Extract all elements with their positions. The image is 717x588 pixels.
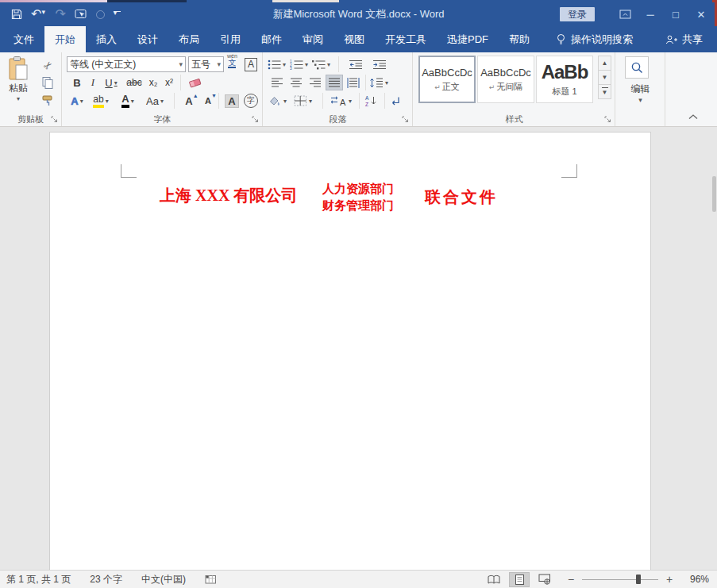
tell-me-search[interactable]: 操作说明搜索 [548, 26, 641, 52]
tab-file[interactable]: 文件 [3, 26, 44, 52]
tab-layout[interactable]: 布局 [168, 26, 210, 52]
dialog-launcher-icon [402, 116, 409, 123]
qat-circle-icon[interactable] [96, 10, 105, 19]
styles-more-button[interactable]: ▼ [598, 84, 611, 99]
format-painter-button[interactable] [38, 93, 57, 109]
doc-joint-title-text[interactable]: 联合文件 [425, 186, 498, 208]
doc-department-line[interactable]: 财务管理部门 [322, 197, 394, 213]
paste-button[interactable]: 粘贴 ▾ [4, 56, 33, 116]
web-layout-button[interactable] [534, 572, 555, 587]
align-right-button[interactable] [306, 75, 324, 90]
touch-mode-button[interactable] [75, 9, 87, 20]
decrease-indent-button[interactable] [349, 56, 363, 72]
language-indicator[interactable]: 中文(中国) [141, 573, 186, 586]
numbered-list-button[interactable]: 123 [290, 56, 308, 72]
word-count[interactable]: 23 个字 [90, 573, 122, 586]
tab-insert[interactable]: 插入 [86, 26, 127, 52]
ribbon-display-options-button[interactable] [612, 2, 638, 26]
multilevel-list-button[interactable] [312, 56, 330, 72]
collapse-ribbon-button[interactable] [688, 114, 698, 120]
chevron-down-icon[interactable]: ▾ [616, 96, 665, 104]
redo-button[interactable]: ↷ [55, 8, 65, 21]
strikethrough-button[interactable]: abc [125, 75, 144, 90]
shading-button[interactable] [268, 93, 287, 109]
font-color-button[interactable]: A [118, 93, 138, 109]
macro-record-button[interactable] [205, 575, 217, 585]
superscript-button[interactable]: x² [162, 75, 176, 90]
tab-references[interactable]: 引用 [210, 26, 251, 52]
customize-qat-button[interactable] [114, 11, 121, 17]
align-center-button[interactable] [287, 75, 305, 90]
line-spacing-button[interactable] [369, 75, 388, 90]
character-shading-button[interactable]: A [222, 93, 241, 109]
doc-departments-text[interactable]: 人力资源部门 财务管理部门 [322, 180, 394, 213]
tab-help[interactable]: 帮助 [499, 26, 540, 52]
styles-scroll-up-button[interactable]: ▲ [598, 56, 611, 71]
style-card-heading1[interactable]: AaBb 标题 1 [536, 56, 593, 103]
page-indicator[interactable]: 第 1 页, 共 1 页 [6, 573, 71, 586]
tab-home[interactable]: 开始 [44, 26, 86, 52]
sign-in-button[interactable]: 登录 [560, 7, 595, 21]
sort-button[interactable]: A Z [364, 93, 377, 109]
minimize-button[interactable]: ─ [638, 2, 663, 26]
distribute-button[interactable] [345, 75, 362, 90]
document-page[interactable]: 上海 XXX 有限公司 人力资源部门 财务管理部门 联合文件 [49, 132, 651, 570]
asian-layout-button[interactable]: A [330, 93, 352, 109]
zoom-slider-thumb[interactable] [636, 575, 641, 584]
grow-font-button[interactable]: A▲ [180, 93, 198, 109]
save-button[interactable] [11, 9, 22, 20]
show-hide-marks-button[interactable] [389, 93, 401, 109]
clear-formatting-button[interactable] [186, 75, 205, 90]
doc-department-line[interactable]: 人力资源部门 [322, 180, 394, 197]
vertical-scrollbar-thumb[interactable] [712, 176, 716, 212]
paragraph-dialog-launcher[interactable] [402, 116, 410, 124]
doc-company-text[interactable]: 上海 XXX 有限公司 [160, 185, 297, 206]
italic-button[interactable]: I [87, 75, 98, 90]
bold-button[interactable]: B [70, 75, 84, 90]
zoom-slider[interactable] [582, 574, 658, 585]
align-left-button[interactable] [268, 75, 286, 90]
enclose-characters-icon: 字 [244, 94, 258, 108]
styles-dialog-launcher[interactable] [604, 116, 612, 124]
print-layout-button[interactable] [509, 572, 530, 587]
zoom-in-button[interactable]: + [665, 573, 674, 586]
justify-button[interactable] [326, 75, 343, 90]
copy-button[interactable] [38, 75, 57, 90]
cut-button[interactable]: ✂ [38, 57, 57, 73]
read-mode-button[interactable] [484, 572, 504, 587]
highlight-color-button[interactable]: ab [89, 93, 113, 109]
phonetic-guide-button[interactable]: wén 文 [227, 52, 237, 68]
font-name-combo[interactable]: 等线 (中文正文) [67, 56, 186, 72]
share-button[interactable]: 共享 [665, 26, 717, 52]
tab-mailings[interactable]: 邮件 [251, 26, 292, 52]
tab-developer[interactable]: 开发工具 [375, 26, 437, 52]
styles-scroll-down-button[interactable]: ▼ [598, 70, 611, 85]
document-area: 上海 XXX 有限公司 人力资源部门 财务管理部门 联合文件 [0, 127, 717, 570]
font-dialog-launcher[interactable] [252, 116, 260, 124]
change-case-button[interactable]: Aa [143, 93, 167, 109]
increase-indent-button[interactable] [372, 56, 387, 72]
tab-review[interactable]: 审阅 [292, 26, 333, 52]
enclose-characters-button[interactable]: 字 [242, 93, 260, 109]
tab-view[interactable]: 视图 [333, 26, 375, 52]
maximize-button[interactable]: □ [663, 2, 688, 26]
character-border-button[interactable]: A [245, 56, 257, 72]
font-size-combo[interactable]: 五号 [188, 56, 224, 72]
tab-pdf[interactable]: 迅捷PDF [437, 26, 499, 52]
borders-button[interactable] [294, 93, 312, 109]
undo-button[interactable]: ↶ [31, 8, 46, 21]
style-card-normal[interactable]: AaBbCcDc ↵正文 [418, 56, 476, 103]
text-effects-button[interactable]: A [67, 93, 87, 109]
touch-mode-icon [75, 9, 87, 20]
find-button[interactable] [625, 56, 649, 79]
shrink-font-button[interactable]: A▼ [200, 93, 216, 109]
close-button[interactable]: ✕ [688, 2, 714, 26]
bullet-list-button[interactable] [268, 56, 286, 72]
zoom-out-button[interactable]: − [566, 573, 576, 586]
tab-design[interactable]: 设计 [127, 26, 168, 52]
subscript-button[interactable]: x₂ [146, 75, 160, 90]
style-card-no-spacing[interactable]: AaBbCcDc ↵无间隔 [477, 56, 534, 103]
underline-button[interactable]: U [102, 75, 121, 90]
zoom-percentage[interactable]: 96% [674, 574, 709, 585]
clipboard-dialog-launcher[interactable] [51, 116, 59, 124]
